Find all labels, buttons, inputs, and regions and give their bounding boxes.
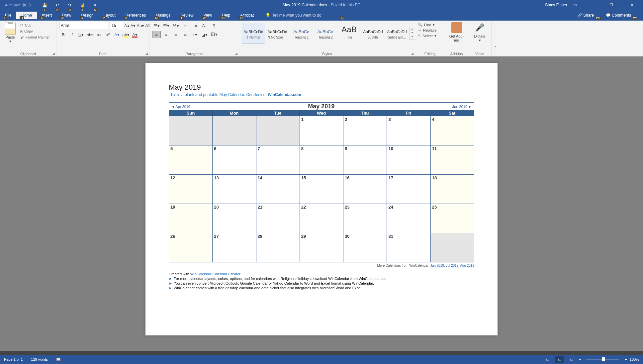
style-subtitle[interactable]: AaBbCcDdSubtitle bbox=[361, 23, 385, 44]
superscript-button[interactable]: x² bbox=[104, 31, 112, 38]
bold-button[interactable]: B bbox=[59, 31, 67, 38]
font-launcher[interactable]: ◢ bbox=[145, 52, 148, 55]
more-cal-link[interactable]: Jul 2019 bbox=[446, 264, 458, 267]
font-size-input[interactable] bbox=[110, 22, 123, 29]
align-center-button[interactable]: ≡ bbox=[162, 31, 170, 38]
tell-me-input[interactable] bbox=[272, 13, 338, 18]
user-name[interactable]: Stacy Fisher bbox=[545, 3, 567, 7]
save-icon[interactable]: 💾1 bbox=[42, 2, 47, 8]
minimize-button[interactable]: ─ bbox=[583, 0, 598, 10]
page-count[interactable]: Page 1 of 1 bbox=[4, 357, 23, 362]
paste-button[interactable]: Paste▾ bbox=[3, 22, 18, 55]
style---no-spac---[interactable]: AaBbCcDd¶ No Spac... bbox=[266, 23, 289, 44]
clear-format-button[interactable]: A⃠ bbox=[145, 22, 149, 29]
font-name-input[interactable] bbox=[59, 22, 109, 29]
line-spacing-button[interactable]: ↕▾ bbox=[191, 31, 199, 38]
tab-mailings[interactable]: MailingsM bbox=[151, 12, 175, 19]
highlight-button[interactable]: ab▾ bbox=[122, 31, 130, 38]
multilevel-button[interactable]: ☱▾ bbox=[171, 22, 180, 29]
decrease-indent-button[interactable]: ⇤ bbox=[181, 22, 190, 29]
style-subtle-em---[interactable]: AaBbCcDdSubtle Em... bbox=[385, 23, 409, 44]
tab-acrobat[interactable]: AcrobatY2 bbox=[235, 12, 259, 19]
dictate-button[interactable]: 🎤 Dictate▾ bbox=[474, 22, 485, 55]
share-button[interactable]: 🔗 ShareZS bbox=[577, 13, 601, 18]
shading-button[interactable]: ◢▾ bbox=[200, 31, 209, 38]
text-effects-button[interactable]: A▾ bbox=[113, 31, 121, 38]
clipboard-launcher[interactable]: ◢ bbox=[52, 52, 55, 55]
comments-button[interactable]: 💬 CommentsZC bbox=[606, 13, 638, 18]
styles-more-button[interactable]: ▴▾▾ bbox=[409, 27, 415, 40]
find-button[interactable]: 🔍Find ▾ bbox=[418, 22, 436, 28]
maximize-button[interactable]: ❐ bbox=[604, 0, 619, 10]
paragraph-launcher[interactable]: ◢ bbox=[235, 52, 237, 55]
style-title[interactable]: AaBTitle bbox=[337, 23, 361, 44]
styles-launcher[interactable]: ◢ bbox=[411, 52, 413, 55]
creator-link[interactable]: WinCalendar Calendar Creator bbox=[190, 272, 240, 276]
strikethrough-button[interactable]: abc bbox=[86, 31, 94, 38]
zoom-slider[interactable] bbox=[586, 359, 619, 360]
align-left-button[interactable]: ≡ bbox=[152, 31, 161, 38]
spell-check-icon[interactable]: 📖 bbox=[56, 357, 61, 362]
bullets-button[interactable]: ☰▾ bbox=[152, 22, 161, 29]
close-button[interactable]: ✕ bbox=[625, 0, 640, 10]
word-count[interactable]: 129 words bbox=[31, 357, 48, 362]
tab-home[interactable]: HomeH bbox=[16, 12, 37, 19]
next-month-link[interactable]: Jun 2019 ► bbox=[452, 105, 472, 109]
underline-button[interactable]: U▾ bbox=[77, 31, 85, 38]
tab-insert[interactable]: InsertN bbox=[37, 12, 57, 19]
zoom-out-button[interactable]: − bbox=[579, 357, 581, 361]
tell-me-search[interactable]: 💡 Q bbox=[265, 13, 344, 18]
change-case-button[interactable]: Aa▾ bbox=[137, 22, 144, 29]
tab-file[interactable]: FileF bbox=[0, 12, 16, 19]
format-painter-button[interactable]: 🖌Format Painter bbox=[20, 34, 50, 40]
tab-view[interactable]: ViewW bbox=[199, 12, 217, 19]
tab-review[interactable]: ReviewR bbox=[175, 12, 198, 19]
subscript-button[interactable]: x₂ bbox=[95, 31, 103, 38]
more-cal-link[interactable]: Jun 2019 bbox=[430, 264, 444, 267]
collapse-ribbon-button[interactable]: ⌃ bbox=[492, 21, 500, 56]
get-addins-button[interactable]: Get Add-ins bbox=[448, 22, 465, 55]
read-mode-button[interactable]: ▭ bbox=[543, 356, 552, 363]
italic-button[interactable]: I bbox=[68, 31, 76, 38]
web-layout-button[interactable]: ▭ bbox=[567, 356, 576, 363]
undo-icon[interactable]: ↶2 bbox=[55, 2, 60, 8]
tab-layout[interactable]: LayoutP bbox=[99, 12, 121, 19]
shrink-font-button[interactable]: A▾ bbox=[131, 22, 136, 29]
style-heading-2[interactable]: AaBbCcHeading 2 bbox=[314, 23, 337, 44]
touch-mode-icon[interactable]: ☝4 bbox=[80, 2, 85, 8]
calendar-table: ◄ Apr 2019 May 2019 Jun 2019 ► SunMonTue… bbox=[169, 102, 474, 262]
redo-icon[interactable]: ↷3 bbox=[67, 2, 73, 8]
increase-indent-button[interactable]: ⇥ bbox=[191, 22, 199, 29]
tab-draw[interactable]: DrawJI bbox=[57, 12, 76, 19]
style---normal[interactable]: AaBbCcDd¶ Normal bbox=[242, 23, 265, 44]
document-area[interactable]: May 2019 This is a blank and printable M… bbox=[0, 56, 643, 351]
zoom-level[interactable]: 100% bbox=[630, 357, 639, 361]
align-right-button[interactable]: ≡ bbox=[171, 31, 180, 38]
replace-button[interactable]: ↔Replace bbox=[418, 28, 436, 33]
tab-help[interactable]: HelpY1 bbox=[217, 12, 235, 19]
autosave-toggle[interactable]: AutoSave bbox=[5, 3, 31, 7]
calendar-cell: 12 bbox=[169, 174, 213, 204]
show-marks-button[interactable]: ¶ bbox=[210, 22, 219, 29]
day-header: Fri bbox=[387, 110, 430, 116]
zoom-in-button[interactable]: + bbox=[625, 357, 627, 361]
style-heading-1[interactable]: AaBbCcHeading 1 bbox=[290, 23, 313, 44]
font-color-button[interactable]: A▾ bbox=[131, 31, 139, 38]
numbering-button[interactable]: ☷▾ bbox=[162, 22, 170, 29]
grow-font-button[interactable]: A▴ bbox=[124, 22, 130, 29]
prev-month-link[interactable]: ◄ Apr 2019 bbox=[171, 105, 190, 109]
sort-button[interactable]: A↓ bbox=[200, 22, 209, 29]
calendar-cell: 8 bbox=[300, 145, 343, 174]
tab-references[interactable]: ReferencesS bbox=[121, 12, 151, 19]
justify-button[interactable]: ≡ bbox=[181, 31, 190, 38]
wincalendar-link[interactable]: WinCalendar.com bbox=[268, 92, 301, 97]
cut-button[interactable]: ✂Cut bbox=[20, 22, 50, 28]
select-button[interactable]: ↖Select ▾ bbox=[418, 33, 436, 39]
ribbon-display-icon[interactable]: ▭ bbox=[573, 3, 577, 7]
qat-more-icon[interactable]: ▾5 bbox=[93, 2, 98, 8]
tab-design[interactable]: DesignG bbox=[76, 12, 98, 19]
copy-button[interactable]: ⎘Copy bbox=[20, 28, 50, 34]
print-layout-button[interactable]: ▭ bbox=[555, 356, 564, 363]
borders-button[interactable]: 田▾ bbox=[210, 31, 219, 38]
more-cal-link[interactable]: Aug 2019 bbox=[460, 264, 474, 267]
